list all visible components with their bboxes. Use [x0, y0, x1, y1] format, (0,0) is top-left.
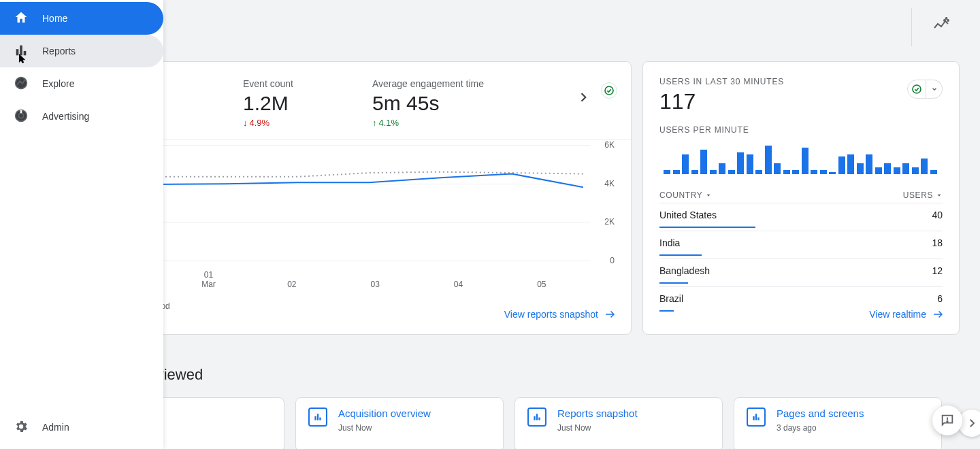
- country-bar: [659, 310, 674, 312]
- country-name: Brazil: [659, 293, 683, 304]
- recent-sub: Just Now: [557, 423, 638, 433]
- sidebar-item-label: Explore: [42, 78, 74, 89]
- minute-bar: [673, 170, 680, 174]
- minute-bar: [802, 148, 808, 174]
- sidebar-item-home[interactable]: Home: [0, 2, 163, 35]
- minute-bar: [747, 154, 753, 174]
- home-icon: [14, 10, 29, 27]
- sidebar-item-label: Reports: [42, 46, 76, 56]
- recent-sub: Just Now: [338, 423, 431, 433]
- minute-bar: [792, 170, 799, 174]
- sidebar: Home Reports Explore Advertising: [0, 0, 163, 449]
- report-icon: [308, 408, 327, 427]
- x-tick: 03: [370, 280, 379, 289]
- sidebar-item-admin[interactable]: Admin: [0, 411, 163, 444]
- status-badge: [907, 80, 926, 99]
- realtime-options-button[interactable]: [926, 80, 943, 99]
- recent-sub: 3 days ago: [777, 423, 864, 433]
- minute-bar: [811, 170, 817, 174]
- minute-bar: [820, 170, 827, 174]
- recent-row: uisition Just Now Acquisition overview J…: [76, 397, 966, 449]
- advertising-icon: [14, 108, 29, 125]
- country-value: 6: [937, 293, 943, 304]
- svg-point-29: [947, 421, 947, 422]
- minute-bar: [664, 170, 670, 174]
- svg-point-1: [947, 20, 949, 21]
- svg-marker-13: [707, 195, 710, 197]
- minute-bar: [912, 167, 919, 174]
- minute-bar: [719, 163, 725, 174]
- x-tick: 05: [537, 280, 546, 289]
- recent-card[interactable]: Reports snapshot Just Now: [514, 397, 723, 449]
- svg-point-2: [946, 18, 947, 19]
- country-value: 40: [932, 210, 943, 220]
- country-bar: [659, 254, 702, 256]
- recent-title: Acquisition overview: [338, 408, 431, 419]
- recent-title: Reports snapshot: [557, 408, 638, 419]
- svg-point-10: [605, 86, 613, 95]
- minute-bar: [691, 170, 698, 174]
- explore-icon: [14, 76, 29, 93]
- report-icon: [747, 408, 766, 427]
- minute-bar: [774, 163, 781, 174]
- country-row[interactable]: United States 40: [659, 203, 943, 231]
- y-tick: 0: [610, 256, 615, 265]
- y-tick: 4K: [604, 179, 615, 188]
- country-name: India: [659, 237, 680, 248]
- minute-bar: [755, 170, 762, 174]
- svg-point-8: [18, 113, 23, 118]
- minute-bar: [838, 156, 845, 174]
- section-title: Recently viewed: [94, 366, 966, 384]
- country-bar: [659, 282, 688, 284]
- svg-point-12: [913, 85, 921, 93]
- users-per-minute-chart: [664, 142, 938, 174]
- status-badge[interactable]: [601, 82, 617, 99]
- country-row[interactable]: India 18: [659, 231, 943, 259]
- minute-bar: [765, 146, 772, 174]
- overview-line-chart: 6K4K2K02801Mar02030405: [84, 145, 615, 274]
- realtime-value: 117: [659, 89, 943, 114]
- country-row[interactable]: Bangladesh 12: [659, 259, 943, 286]
- minute-bar: [700, 150, 707, 174]
- country-name: United States: [659, 210, 717, 220]
- realtime-title: USERS IN LAST 30 MINUTES: [659, 77, 943, 86]
- metric-label: Event count: [243, 78, 325, 89]
- minute-bar: [894, 167, 900, 174]
- country-bar: [659, 227, 755, 228]
- country-column-header[interactable]: COUNTRY: [659, 190, 712, 200]
- sidebar-item-label: Home: [42, 13, 67, 24]
- svg-rect-23: [536, 414, 538, 420]
- minute-bar: [728, 170, 735, 174]
- view-reports-snapshot-link[interactable]: View reports snapshot: [504, 308, 616, 320]
- sidebar-item-reports[interactable]: Reports: [0, 35, 163, 67]
- svg-rect-19: [314, 416, 316, 420]
- users-column-header[interactable]: USERS: [903, 190, 943, 200]
- insights-icon[interactable]: [933, 17, 949, 36]
- minute-bar: [710, 170, 717, 174]
- svg-rect-27: [757, 418, 759, 420]
- minute-bar: [902, 163, 909, 174]
- recent-title: Pages and screens: [777, 408, 864, 419]
- minute-bar: [884, 163, 891, 174]
- svg-rect-20: [317, 414, 318, 420]
- sidebar-item-label: Admin: [42, 422, 69, 433]
- minute-bar: [847, 154, 854, 174]
- sidebar-item-explore[interactable]: Explore: [0, 67, 163, 100]
- metric-event-count[interactable]: Event count 1.2M ↓ 4.9%: [243, 78, 325, 128]
- metrics-next-button[interactable]: [576, 90, 590, 107]
- metric-value: 5m 45s: [372, 92, 484, 115]
- country-value: 12: [932, 265, 943, 276]
- recent-card[interactable]: Pages and screens 3 days ago: [734, 397, 942, 449]
- svg-rect-25: [753, 416, 754, 420]
- minute-bar: [682, 154, 689, 174]
- view-realtime-link[interactable]: View realtime: [869, 308, 944, 320]
- metric-delta: ↑ 4.1%: [372, 118, 484, 128]
- country-list: United States 40 India 18 Bangladesh 12 …: [659, 203, 943, 314]
- recent-card[interactable]: Acquisition overview Just Now: [295, 397, 504, 449]
- metric-avg-engagement[interactable]: Average engagement time 5m 45s ↑ 4.1%: [372, 78, 484, 128]
- sidebar-item-advertising[interactable]: Advertising: [0, 100, 163, 133]
- minute-bar: [875, 167, 882, 174]
- feedback-button[interactable]: [932, 405, 962, 435]
- realtime-card: USERS IN LAST 30 MINUTES 117 USERS PER M…: [642, 61, 960, 335]
- country-name: Bangladesh: [659, 265, 710, 276]
